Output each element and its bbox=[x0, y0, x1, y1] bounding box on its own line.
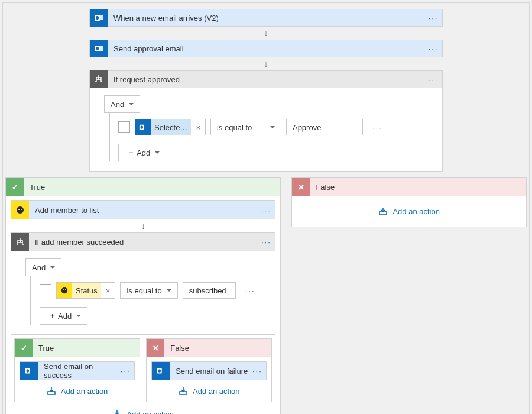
svg-rect-7 bbox=[141, 125, 143, 128]
token-text: Status bbox=[72, 283, 101, 298]
add-action-button[interactable]: Add an action bbox=[112, 406, 174, 414]
arrow-down-icon: ↓ bbox=[11, 222, 275, 230]
branch-true: ✓ True Add member to list ··· ↓ bbox=[5, 177, 281, 414]
branch-label: True bbox=[33, 344, 54, 352]
step-title: When a new email arrives (V2) bbox=[108, 14, 424, 22]
condition2-branches: ✓ True Send email on success ··· bbox=[11, 335, 275, 406]
add-action-button[interactable]: Add an action bbox=[20, 380, 135, 402]
svg-point-11 bbox=[61, 287, 68, 294]
step-title: Send approval email bbox=[108, 44, 424, 53]
add-row-button[interactable]: ＋ Add bbox=[118, 144, 166, 161]
svg-point-12 bbox=[63, 289, 64, 290]
condition-body: And Status × bbox=[11, 251, 275, 335]
value-input[interactable]: subscribed bbox=[183, 282, 236, 299]
operator-dropdown[interactable]: is equal to bbox=[120, 282, 177, 299]
row-ellipsis[interactable]: ··· bbox=[368, 123, 382, 132]
row-checkbox[interactable] bbox=[118, 121, 130, 133]
step-add-member-to-list[interactable]: Add member to list ··· bbox=[11, 200, 275, 219]
step-title: If request approved bbox=[108, 75, 424, 84]
step-ellipsis[interactable]: ··· bbox=[257, 206, 275, 215]
group-operator-dropdown[interactable]: And bbox=[104, 95, 140, 113]
svg-rect-4 bbox=[96, 47, 99, 50]
operator-dropdown[interactable]: is equal to bbox=[210, 119, 281, 135]
branch-false: ✕ False Add an action bbox=[291, 177, 527, 227]
svg-rect-2 bbox=[100, 15, 103, 20]
plus-icon: ＋ bbox=[46, 310, 58, 321]
add-action-button[interactable]: Add an action bbox=[297, 200, 521, 222]
step-send-email-on-failure[interactable]: Send email on failure ··· bbox=[151, 361, 267, 380]
step-ellipsis[interactable]: ··· bbox=[424, 14, 442, 22]
branch-label: False bbox=[310, 183, 335, 192]
row-ellipsis[interactable]: ··· bbox=[241, 286, 255, 295]
token-text: Selecte… bbox=[151, 119, 191, 135]
add-row-button[interactable]: ＋ Add bbox=[40, 307, 87, 325]
cross-icon: ✕ bbox=[147, 339, 164, 357]
outlook-icon bbox=[90, 9, 108, 27]
step-title: Send email on failure bbox=[170, 367, 248, 376]
token-selectedoption[interactable]: Selecte… × bbox=[135, 119, 206, 135]
svg-point-10 bbox=[21, 209, 22, 210]
arrow-down-icon: ↓ bbox=[3, 60, 529, 68]
mailchimp-icon bbox=[57, 283, 72, 298]
token-status[interactable]: Status × bbox=[56, 282, 115, 299]
step-ellipsis[interactable]: ··· bbox=[424, 44, 442, 53]
condition-body: And Selecte… × is equal to bbox=[89, 88, 443, 172]
branch-header-true: ✓ True bbox=[6, 178, 280, 196]
step-send-approval-email[interactable]: Send approval email ··· bbox=[89, 40, 443, 57]
branch-label: True bbox=[24, 183, 45, 192]
nested-branch-true: ✓ True Send email on success ··· bbox=[14, 338, 140, 402]
svg-rect-15 bbox=[27, 369, 29, 372]
step-ellipsis[interactable]: ··· bbox=[116, 367, 134, 376]
branch-header-false: ✕ False bbox=[147, 339, 271, 357]
branch-header-true: ✓ True bbox=[15, 339, 140, 357]
step-ellipsis[interactable]: ··· bbox=[257, 238, 275, 247]
svg-point-13 bbox=[65, 289, 66, 290]
branch-label: False bbox=[164, 344, 189, 352]
check-icon: ✓ bbox=[15, 339, 33, 357]
value-input[interactable]: Approve bbox=[286, 119, 363, 135]
outlook-icon bbox=[20, 362, 38, 380]
condition-row: Status × is equal to subscribed ··· bbox=[40, 276, 261, 305]
branch-header-false: ✕ False bbox=[292, 178, 526, 196]
svg-point-9 bbox=[18, 209, 20, 210]
outlook-icon bbox=[90, 40, 108, 57]
group-operator-dropdown[interactable]: And bbox=[25, 258, 61, 276]
step-ellipsis[interactable]: ··· bbox=[424, 75, 442, 84]
step-title: If add member succeeded bbox=[29, 238, 257, 247]
svg-rect-18 bbox=[158, 369, 161, 372]
cross-icon: ✕ bbox=[292, 178, 310, 196]
step-title: Add member to list bbox=[29, 206, 257, 215]
condition-row: Selecte… × is equal to Approve ··· bbox=[118, 113, 428, 141]
check-icon: ✓ bbox=[6, 178, 24, 196]
condition-icon bbox=[90, 70, 108, 88]
svg-rect-5 bbox=[100, 46, 103, 51]
step-ellipsis[interactable]: ··· bbox=[248, 367, 266, 376]
condition1-branches: ✓ True Add member to list ··· ↓ bbox=[3, 177, 529, 414]
plus-icon: ＋ bbox=[125, 147, 137, 158]
outlook-icon bbox=[135, 119, 151, 135]
step-title: Send email on success bbox=[38, 362, 116, 380]
arrow-down-icon: ↓ bbox=[3, 29, 529, 37]
mailchimp-icon bbox=[11, 201, 29, 219]
token-remove[interactable]: × bbox=[101, 286, 115, 295]
svg-rect-1 bbox=[96, 16, 99, 20]
step-when-new-email[interactable]: When a new email arrives (V2) ··· bbox=[89, 9, 443, 27]
step-if-request-approved[interactable]: If request approved ··· bbox=[89, 70, 443, 88]
condition-icon bbox=[11, 233, 29, 251]
nested-branch-false: ✕ False Send email on failure ··· bbox=[146, 338, 272, 402]
svg-point-8 bbox=[17, 206, 24, 214]
token-remove[interactable]: × bbox=[191, 123, 205, 132]
add-action-button[interactable]: Add an action bbox=[151, 380, 267, 402]
step-if-add-member-succeeded[interactable]: If add member succeeded ··· bbox=[11, 232, 275, 251]
outlook-icon bbox=[152, 362, 170, 380]
step-send-email-on-success[interactable]: Send email on success ··· bbox=[20, 361, 135, 380]
row-checkbox[interactable] bbox=[40, 284, 51, 296]
